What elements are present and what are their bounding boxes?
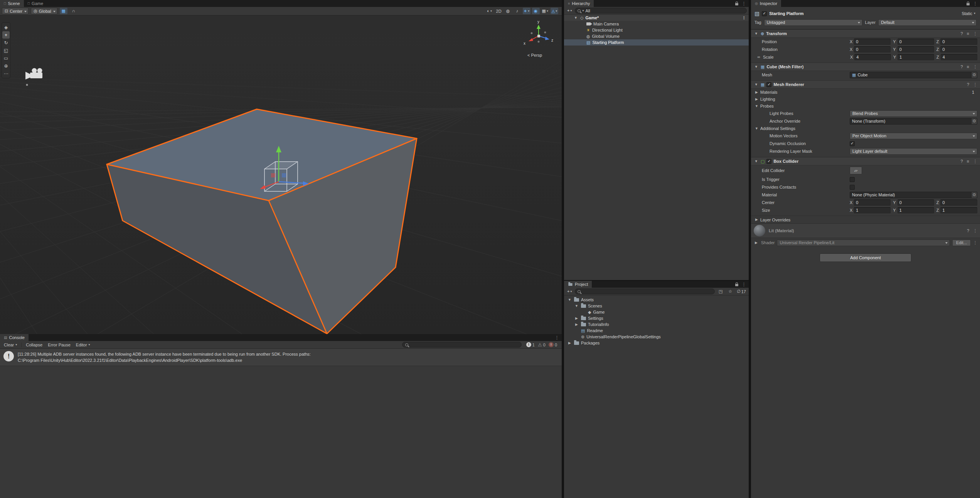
additional-settings-foldout[interactable]: ▼ Additional Settings — [751, 125, 980, 132]
preset-icon[interactable]: ≡ — [967, 159, 969, 164]
save-search-button[interactable]: ☆ — [726, 288, 734, 295]
object-picker-icon[interactable]: ⊙ — [971, 72, 977, 78]
lighting-foldout[interactable]: ▶ Lighting — [751, 96, 980, 103]
material-menu-icon[interactable]: ⋮ — [973, 229, 977, 233]
plane-handle-red[interactable] — [271, 173, 275, 177]
rotation-z-input[interactable] — [940, 46, 977, 52]
scene-root-row[interactable]: ▼ ◇ Game* ⋮ — [564, 15, 749, 21]
motion-vectors-dropdown[interactable]: Per Object Motion — [850, 133, 977, 139]
active-checkbox[interactable]: ✓ — [762, 11, 767, 16]
position-y-input[interactable] — [897, 39, 934, 45]
inspector-menu-icon[interactable]: ⋮ — [973, 2, 977, 6]
console-log-entry[interactable]: ! [11:28:26] Multiple ADB server instanc… — [0, 349, 562, 366]
scale-x-input[interactable] — [854, 54, 891, 60]
anchor-override-field[interactable]: None (Transform) ⊙ — [850, 118, 977, 125]
fold-closed-icon[interactable]: ▶ — [567, 341, 572, 345]
starting-platform-object[interactable] — [107, 109, 417, 334]
hierarchy-item-global-volume[interactable]: ◍ Global Volume — [564, 33, 749, 39]
scene-viewport[interactable]: y x z < Persp ◈ + ↻ ◱ ▭ ⊕ ⋯ — [0, 15, 562, 334]
lock-icon[interactable] — [967, 3, 970, 5]
center-x-input[interactable] — [854, 199, 891, 206]
tab-project[interactable]: Project — [564, 281, 592, 288]
size-z-input[interactable] — [940, 207, 977, 213]
move-tool-button[interactable]: + — [2, 31, 10, 39]
shading-mode-button[interactable]: ◐▾ — [486, 8, 493, 14]
fold-open-icon[interactable]: ▼ — [573, 16, 578, 20]
scene-options-icon[interactable]: ⋮ — [742, 16, 746, 20]
scene-audio-toggle[interactable]: ♪ — [514, 8, 521, 14]
scene-visibility-toggle[interactable]: ◉ — [532, 8, 540, 14]
warning-count-toggle[interactable]: ⚠ 0 — [538, 343, 546, 347]
create-asset-button[interactable]: + ▾ — [566, 289, 573, 294]
preset-icon[interactable]: ≡ — [967, 32, 969, 36]
transform-tool-button[interactable]: ⊕ — [2, 62, 10, 69]
project-item-readme[interactable]: ▤ Readme — [564, 327, 749, 334]
project-item-game-scene[interactable]: ◆ Game — [564, 309, 749, 315]
tag-dropdown[interactable]: Untagged — [764, 19, 862, 26]
scene-viewport-canvas[interactable]: y x z < Persp — [0, 15, 562, 334]
fold-open-icon[interactable]: ▼ — [567, 298, 572, 302]
collapse-toggle[interactable]: Collapse — [24, 342, 45, 348]
help-icon[interactable]: ? — [967, 229, 969, 233]
2d-toggle[interactable]: 2D — [495, 8, 503, 14]
project-item-packages[interactable]: ▶ Packages — [564, 340, 749, 346]
mesh-filter-header[interactable]: ▼ ▦ Cube (Mesh Filter) ? ≡ ⋮ — [751, 62, 980, 71]
grid-visibility-button[interactable]: ▦▾ — [541, 8, 549, 14]
fold-open-icon[interactable]: ▼ — [754, 160, 759, 163]
probes-foldout[interactable]: ▼ Probes — [751, 103, 980, 110]
layer-overrides-foldout[interactable]: ▶ Layer Overrides — [751, 216, 980, 223]
custom-tool-button[interactable]: ⋯ — [2, 70, 10, 77]
project-item-scenes[interactable]: ▼ Scenes — [564, 303, 749, 309]
hierarchy-item-directional-light[interactable]: ☀ Directional Light — [564, 27, 749, 33]
mesh-object-field[interactable]: ▦ Cube ⊙ — [850, 72, 977, 78]
help-icon[interactable]: ? — [960, 65, 963, 69]
error-pause-toggle[interactable]: Error Pause — [45, 342, 73, 348]
gizmos-dropdown[interactable]: ◬▾ — [551, 8, 558, 14]
search-by-type-button[interactable]: ◳ — [717, 288, 724, 295]
fold-open-icon[interactable]: ▼ — [574, 304, 579, 308]
project-item-urp-global-settings[interactable]: ⊛ UniversalRenderPipelineGlobalSettings — [564, 334, 749, 340]
box-collider-enabled-checkbox[interactable]: ✓ — [766, 159, 771, 164]
object-picker-icon[interactable]: ⊙ — [971, 118, 977, 124]
position-x-input[interactable] — [854, 39, 891, 45]
grid-snapping-toggle[interactable]: ▦ — [60, 8, 67, 14]
material-header[interactable]: Lit (Material) ? ⋮ — [751, 223, 980, 238]
rotation-y-input[interactable] — [897, 46, 934, 52]
scale-z-input[interactable] — [941, 54, 977, 60]
hierarchy-item-starting-platform[interactable]: ▧ Starting Platform — [564, 39, 749, 46]
shader-edit-button[interactable]: Edit... — [952, 240, 971, 246]
mesh-renderer-enabled-checkbox[interactable]: ✓ — [766, 82, 771, 87]
materials-foldout[interactable]: ▶ Materials 1 — [751, 89, 980, 96]
gameobject-name-field[interactable] — [769, 11, 959, 16]
project-search-input[interactable] — [582, 289, 712, 294]
fold-closed-icon[interactable]: ▶ — [754, 241, 759, 245]
error-count-toggle[interactable]: ! 0 — [549, 342, 557, 347]
is-trigger-checkbox[interactable] — [850, 177, 855, 182]
physic-material-field[interactable]: None (Physic Material) ⊙ — [850, 192, 977, 198]
hierarchy-search-field[interactable]: ▾ — [575, 8, 747, 14]
scene-effects-toggle[interactable]: ∗▾ — [523, 8, 530, 14]
plane-handle-blue[interactable] — [282, 173, 286, 177]
rect-tool-button[interactable]: ▭ — [2, 54, 10, 62]
tab-inspector[interactable]: ◎ Inspector — [751, 0, 781, 7]
tab-game[interactable]: □ Game — [24, 0, 47, 7]
console-search-input[interactable] — [410, 343, 519, 347]
editor-dropdown[interactable]: Editor ▾ — [74, 342, 93, 348]
tool-handle-rotation-dropdown[interactable]: ◎ Global — [31, 8, 57, 14]
shader-dropdown[interactable]: Universal Render Pipeline/Lit — [777, 240, 950, 246]
edit-collider-button[interactable]: ▱ — [850, 167, 862, 174]
scale-link-icon[interactable]: ∞ — [756, 55, 761, 59]
dynamic-occlusion-checkbox[interactable]: ✓ — [850, 141, 855, 146]
project-item-settings[interactable]: ▶ Settings — [564, 315, 749, 321]
hierarchy-search-input[interactable] — [585, 8, 744, 13]
console-search-field[interactable] — [402, 342, 522, 348]
scene-lighting-toggle[interactable]: ◍ — [504, 8, 512, 14]
position-z-input[interactable] — [940, 39, 977, 45]
help-icon[interactable]: ? — [967, 83, 969, 87]
preset-icon[interactable]: ≡ — [967, 65, 969, 69]
transform-header[interactable]: ▼ ⊕ Transform ? ≡ ⋮ — [751, 29, 980, 38]
help-icon[interactable]: ? — [960, 32, 963, 36]
help-icon[interactable]: ? — [960, 159, 963, 164]
size-y-input[interactable] — [897, 207, 934, 213]
fold-closed-icon[interactable]: ▶ — [574, 323, 579, 326]
